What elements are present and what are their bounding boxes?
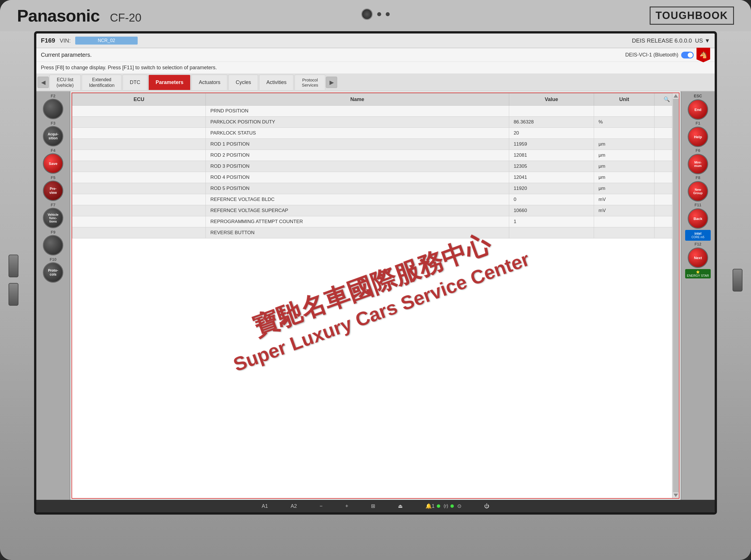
side-btn-right-1[interactable] bbox=[733, 269, 743, 292]
fn-esc-btn[interactable]: End bbox=[688, 99, 708, 120]
connection-label: DEIS-VCI-1 (Bluetooth) bbox=[625, 52, 678, 58]
fn-f8-label: F8 bbox=[696, 175, 700, 180]
tab-parameters[interactable]: Parameters bbox=[148, 75, 190, 90]
tab-ecu-list[interactable]: ECU list(vehicle) bbox=[49, 75, 81, 90]
fn-f6-btn[interactable]: Mini-mum bbox=[688, 154, 708, 174]
taskbar-notification: 🔔1 bbox=[425, 503, 434, 509]
taskbar-a1[interactable]: A1 bbox=[262, 503, 268, 509]
col-unit: Unit bbox=[594, 93, 654, 105]
table-row: REFERNCE VOLTAGE SUPERCAP 10660 mV bbox=[73, 205, 679, 216]
cell-unit: μm bbox=[594, 161, 654, 172]
tab-activities[interactable]: Activities bbox=[259, 75, 293, 90]
cell-name: REFERNCE VOLTAGE BLDC bbox=[206, 194, 509, 205]
taskbar-eject[interactable]: ⏏ bbox=[398, 503, 403, 509]
vin-bar: NCR_02 bbox=[75, 37, 138, 44]
press-bar: Press [F8] to change display. Press [F11… bbox=[36, 62, 715, 74]
cell-value: 12041 bbox=[509, 172, 594, 183]
nav-arrow-left[interactable]: ◀ bbox=[38, 77, 49, 88]
fn-f2-label: F2 bbox=[51, 94, 55, 98]
screen: F169 VIN: NCR_02 DEIS RELEASE 6.0.0.0 US… bbox=[36, 34, 715, 512]
side-btn-left-2[interactable] bbox=[8, 283, 18, 306]
fn-f12-btn[interactable]: Next bbox=[688, 247, 708, 268]
fn-f11-label: F11 bbox=[694, 203, 701, 207]
cell-value: 11959 bbox=[509, 139, 594, 150]
nav-tabs: ◀ ECU list(vehicle) ExtendedIdentificati… bbox=[36, 74, 715, 92]
table-scroll-container: ECU Name Value Unit 🔍 bbox=[72, 93, 679, 498]
f-code: F169 bbox=[41, 37, 55, 44]
cell-ecu bbox=[73, 105, 206, 117]
cell-ecu bbox=[73, 139, 206, 150]
taskbar-a2[interactable]: A2 bbox=[291, 503, 297, 509]
taskbar-power[interactable]: ⏻ bbox=[484, 503, 489, 509]
fn-f3-btn[interactable]: Acqui-sition bbox=[43, 126, 63, 146]
cell-name: PARKLOCK STATUS bbox=[206, 128, 509, 139]
cell-name: ROD 5 POSITION bbox=[206, 183, 509, 194]
taskbar-plus[interactable]: + bbox=[345, 503, 348, 509]
fn-f6-label: F6 bbox=[696, 148, 700, 153]
cell-unit bbox=[594, 128, 654, 139]
cell-name: ROD 4 POSITION bbox=[206, 172, 509, 183]
taskbar-windows[interactable]: ⊞ bbox=[371, 503, 375, 509]
taskbar-power-dot: ⊙ bbox=[457, 503, 462, 509]
fn-f9-btn[interactable] bbox=[43, 235, 63, 256]
diag-topbar: F169 VIN: NCR_02 DEIS RELEASE 6.0.0.0 US… bbox=[36, 34, 715, 48]
brand-logo: Panasonic bbox=[17, 6, 100, 25]
cell-name: ROD 2 POSITION bbox=[206, 150, 509, 161]
ferrari-logo: 🐴 bbox=[696, 48, 710, 62]
nav-arrow-right[interactable]: ▶ bbox=[326, 77, 337, 88]
scroll-up[interactable] bbox=[673, 94, 678, 98]
side-btn-left-1[interactable] bbox=[8, 255, 18, 277]
fn-f7-label: F7 bbox=[51, 203, 55, 207]
table-row: ROD 4 POSITION 12041 μm bbox=[73, 172, 679, 183]
fn-f1-label: F1 bbox=[696, 121, 700, 125]
main-content: F2 F3 Acqui-sition F4 Save F5 bbox=[36, 92, 715, 500]
cell-ecu bbox=[73, 161, 206, 172]
cell-unit: mV bbox=[594, 194, 654, 205]
table-row: PARKLOCK STATUS 20 bbox=[73, 128, 679, 139]
fn-f10-label: F10 bbox=[50, 257, 57, 262]
tab-actuators[interactable]: Actuators bbox=[191, 75, 227, 90]
cell-value: 0 bbox=[509, 194, 594, 205]
table-row: ROD 2 POSITION 12081 μm bbox=[73, 150, 679, 161]
toughbook-badge: TOUGHBOOK bbox=[650, 6, 734, 25]
scrollbar[interactable] bbox=[672, 93, 679, 498]
fn-f4-label: F4 bbox=[51, 148, 55, 153]
fn-f12-label: F12 bbox=[694, 242, 701, 246]
fn-f1-btn[interactable]: Help bbox=[688, 126, 708, 147]
cell-name: ROD 3 POSITION bbox=[206, 161, 509, 172]
fn-f2-btn[interactable] bbox=[43, 99, 63, 119]
cell-unit: μm bbox=[594, 183, 654, 194]
tab-extended-id[interactable]: ExtendedIdentification bbox=[82, 75, 121, 90]
cell-unit: % bbox=[594, 117, 654, 128]
tab-protocol-services[interactable]: ProtocolServices bbox=[295, 75, 325, 90]
right-sidebar: ESC End F1 Help F6 Mini-mum F8 NewGroup … bbox=[681, 92, 715, 500]
camera-area bbox=[361, 8, 390, 20]
laptop-top-bar: Panasonic CF-20 TOUGHBOOK bbox=[0, 0, 751, 31]
tab-cycles[interactable]: Cycles bbox=[228, 75, 258, 90]
fn-f4-btn[interactable]: Save bbox=[43, 153, 63, 174]
cell-name: ROD 1 POSITION bbox=[206, 139, 509, 150]
fn-f7-btn[interactable]: Vehiclefunc-tions bbox=[43, 208, 63, 228]
fn-f8-btn[interactable]: NewGroup bbox=[688, 181, 708, 201]
esc-label: ESC bbox=[694, 94, 702, 98]
cell-unit bbox=[594, 105, 654, 117]
fn-f10-group: F10 Proto-cols bbox=[43, 257, 63, 283]
cell-name: PRND POSITION bbox=[206, 105, 509, 117]
scroll-down[interactable] bbox=[673, 494, 678, 497]
bluetooth-toggle[interactable] bbox=[681, 52, 694, 58]
vin-label: VIN: bbox=[60, 38, 71, 44]
cell-value bbox=[509, 105, 594, 117]
fn-f11-btn[interactable]: Back bbox=[688, 208, 708, 229]
table-row: ROD 5 POSITION 11920 μm bbox=[73, 183, 679, 194]
fn-f10-btn[interactable]: Proto-cols bbox=[43, 262, 63, 283]
side-buttons-left bbox=[8, 255, 18, 306]
cell-value: 12081 bbox=[509, 150, 594, 161]
taskbar-minus[interactable]: − bbox=[320, 503, 323, 509]
fn-f5-btn[interactable]: Pre-view bbox=[43, 181, 63, 201]
table-row: PRND POSITION bbox=[73, 105, 679, 117]
fn-f5-group: F5 Pre-view bbox=[43, 175, 63, 201]
cell-ecu bbox=[73, 183, 206, 194]
cell-name: REPROGRAMMING ATTEMPT COUNTER bbox=[206, 216, 509, 227]
tab-dtc[interactable]: DTC bbox=[123, 75, 147, 90]
cell-value: 1 bbox=[509, 216, 594, 227]
